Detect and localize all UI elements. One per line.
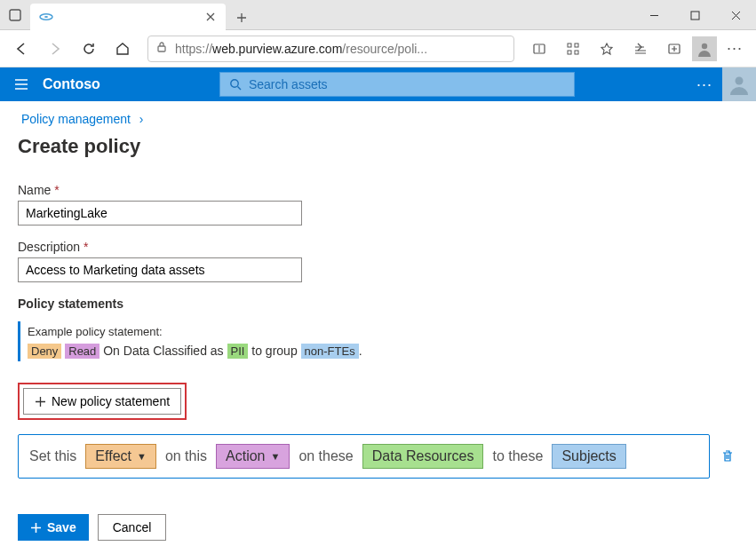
app-user-avatar[interactable] [722,67,756,101]
example-statement-text: Deny Read On Data Classified as PII to g… [28,344,738,358]
data-resources-picker[interactable]: Data Resources [362,444,484,469]
nav-refresh-button[interactable] [73,33,105,65]
trash-icon [720,449,735,463]
lock-icon [155,41,168,56]
nav-back-button[interactable] [5,33,37,65]
example-label: Example policy statement: [28,325,738,338]
builder-text-set-this: Set this [29,448,76,464]
tab-close-button[interactable] [204,11,217,23]
svg-point-13 [736,77,744,85]
plus-icon [35,396,46,408]
effect-picker[interactable]: Effect▼ [85,444,156,469]
hamburger-menu-button[interactable] [0,67,43,101]
description-input[interactable] [18,257,302,282]
name-input[interactable] [18,201,302,226]
svg-rect-0 [10,10,20,20]
url-text: https://web.purview.azure.com/resource/p… [175,42,427,56]
app-bar: Contoso ··· [0,67,756,101]
builder-text-to-these: to these [492,448,543,464]
breadcrumb-policy-management[interactable]: Policy management [21,112,131,126]
brand-name: Contoso [43,76,122,92]
action-picker[interactable]: Action▼ [216,444,290,469]
policy-statements-heading: Policy statements [18,297,738,311]
svg-rect-7 [575,44,578,47]
profile-avatar[interactable] [692,36,717,61]
caret-down-icon: ▼ [137,451,147,462]
purview-favicon-icon [39,10,53,24]
browser-toolbar: https://web.purview.azure.com/resource/p… [0,30,756,67]
svg-point-12 [231,80,238,87]
favorites-bar-button[interactable] [625,33,657,65]
example-statement-box: Example policy statement: Deny Read On D… [18,321,738,361]
new-policy-statement-button[interactable]: New policy statement [23,388,181,415]
app-more-button[interactable]: ··· [687,67,722,101]
svg-rect-4 [158,46,165,51]
svg-rect-3 [691,12,699,20]
collections-button[interactable] [658,33,690,65]
builder-text-on-these: on these [298,448,353,464]
svg-rect-8 [568,51,571,54]
cancel-button[interactable]: Cancel [98,514,167,541]
svg-rect-9 [575,51,578,54]
new-tab-button[interactable] [229,5,254,30]
window-maximize-button[interactable] [674,0,715,30]
search-icon [229,78,242,91]
new-policy-statement-highlight: New policy statement [18,383,187,420]
svg-point-2 [44,16,48,18]
window-close-button[interactable] [715,0,756,30]
reader-mode-button[interactable] [523,33,555,65]
search-input[interactable] [249,77,565,91]
subjects-picker[interactable]: Subjects [552,444,625,469]
browser-menu-button[interactable]: ··· [719,33,751,65]
window-minimize-button[interactable] [633,0,674,30]
delete-statement-button[interactable] [717,446,738,467]
address-bar[interactable]: https://web.purview.azure.com/resource/p… [147,36,514,62]
chevron-right-icon: › [139,112,144,126]
window-titlebar [0,0,756,30]
page-title: Create policy [18,135,738,158]
caret-down-icon: ▼ [270,451,280,462]
save-button[interactable]: Save [18,514,89,541]
nav-home-button[interactable] [107,33,139,65]
tab-actions-button[interactable] [0,0,30,30]
svg-point-11 [702,43,707,48]
breadcrumb: Policy management › [18,108,738,135]
plus-icon [30,522,42,534]
description-label: Description * [18,240,738,254]
svg-rect-6 [568,44,571,47]
favorite-button[interactable] [591,33,623,65]
qr-button[interactable] [557,33,589,65]
name-label: Name * [18,183,738,197]
browser-tab[interactable] [30,4,226,30]
nav-forward-button [39,33,71,65]
search-box[interactable] [219,72,575,97]
policy-statement-builder: Set this Effect▼ on this Action▼ on thes… [18,434,710,479]
builder-text-on-this: on this [165,448,207,464]
